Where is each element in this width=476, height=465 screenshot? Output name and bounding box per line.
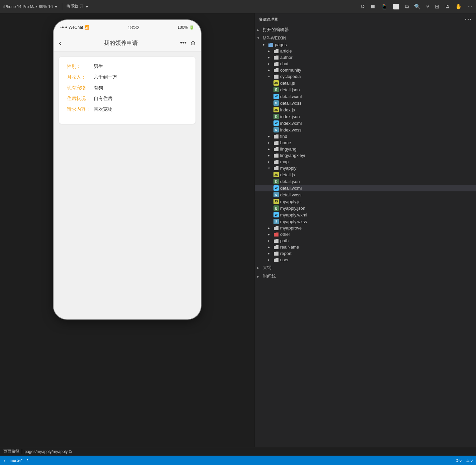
file-myapply-myapply-js[interactable]: JS myapply.js — [255, 198, 476, 205]
folder-myapprove[interactable]: myapprove — [255, 225, 476, 231]
form-label: 现有宠物： — [67, 85, 94, 91]
cyclopedia-label: cyclopedia — [280, 74, 301, 79]
sync-icon[interactable]: ↻ — [26, 458, 29, 463]
file-myapply-myapply-json[interactable]: {} myapply.json — [255, 205, 476, 211]
desktop-icon[interactable]: 🖥 — [445, 4, 450, 10]
path-arrow — [268, 239, 273, 243]
cyclopedia-arrow — [268, 75, 273, 78]
file-label: detail.js — [280, 81, 295, 86]
folder-home[interactable]: home — [255, 140, 476, 146]
hotreload-button[interactable]: 热重载 开 ▼ — [66, 4, 89, 9]
folder-lingyangxieyi[interactable]: lingyangxieyi — [255, 152, 476, 159]
phone-icon[interactable]: 📱 — [381, 3, 388, 10]
file-label: index.json — [280, 114, 300, 119]
folder-cyclopedia-icon — [273, 74, 279, 79]
branch-icon[interactable]: ⑂ — [426, 4, 429, 10]
json-icon: {} — [273, 114, 279, 119]
author-label: author — [280, 55, 293, 60]
tablet-icon[interactable]: ⬜ — [393, 3, 400, 10]
open-editors-arrow — [257, 28, 263, 32]
file-label: detail.wxml — [280, 186, 302, 191]
simulator-area: ••••• WeChat 📶 18:32 100% 🔋 ‹ 我的领养申请 •••… — [0, 13, 254, 447]
outline-arrow — [257, 266, 263, 270]
form-row: 现有宠物：有狗 — [67, 85, 187, 91]
hotreload-dropdown-icon[interactable]: ▼ — [85, 4, 89, 9]
folder-cyclopedia[interactable]: cyclopedia — [255, 73, 476, 80]
file-myapply-myapply-wxml[interactable]: W myapply.wxml — [255, 211, 476, 218]
folder-user[interactable]: user — [255, 257, 476, 263]
file-myapply-detail-js[interactable]: JS detail.js — [255, 171, 476, 178]
more-button[interactable]: ••• — [180, 39, 186, 46]
hand-icon[interactable]: ✋ — [455, 3, 462, 10]
folder-lingyang[interactable]: lingyang — [255, 146, 476, 152]
user-arrow — [268, 258, 273, 262]
copy-icon[interactable]: ⧉ — [405, 4, 409, 10]
file-label: index.wxml — [280, 121, 302, 126]
git-branch-name[interactable]: master* — [10, 458, 22, 462]
folder-author[interactable]: author — [255, 54, 476, 61]
stop-icon[interactable]: ⏹ — [370, 4, 376, 10]
file-cyclopedia-detail-wxss[interactable]: S detail.wxss — [255, 100, 476, 106]
sidebar-more-button[interactable]: ··· — [465, 16, 472, 23]
article-arrow — [268, 49, 273, 53]
timeline-header[interactable]: 时间线 — [255, 272, 476, 280]
outline-header[interactable]: 大纲 — [255, 264, 476, 272]
file-cyclopedia-detail-json[interactable]: {} detail.json — [255, 86, 476, 93]
sidebar-header: 资源管理器 ··· — [255, 13, 476, 26]
form-value: 男生 — [94, 64, 103, 70]
file-cyclopedia-index-wxml[interactable]: W index.wxml — [255, 120, 476, 126]
refresh-icon[interactable]: ↺ — [361, 3, 365, 10]
report-label: report — [280, 251, 292, 256]
home-label: home — [280, 140, 291, 145]
grid-icon[interactable]: ⊞ — [435, 3, 439, 10]
find-label: find — [280, 134, 287, 139]
folder-map-icon — [273, 160, 279, 164]
folder-path[interactable]: path — [255, 238, 476, 244]
file-cyclopedia-index-js[interactable]: JS index.js — [255, 106, 476, 113]
more-icon[interactable]: ⋯ — [467, 3, 473, 10]
form-row: 住房状况：自有住房 — [67, 96, 187, 102]
mp-weixin-header[interactable]: MP-WEIXIN — [255, 34, 476, 41]
folder-report[interactable]: report — [255, 250, 476, 257]
file-myapply-detail-wxml[interactable]: W detail.wxml — [255, 185, 476, 191]
file-cyclopedia-detail-js[interactable]: JS detail.js — [255, 80, 476, 86]
folder-find[interactable]: find — [255, 133, 476, 140]
map-label: map — [280, 159, 289, 164]
file-myapply-detail-json[interactable]: {} detail.json — [255, 178, 476, 185]
file-label: myapply.js — [280, 199, 300, 204]
outline-section: 大纲 — [255, 264, 476, 272]
lingyangxieyi-arrow — [268, 154, 273, 157]
timeline-section: 时间线 — [255, 272, 476, 280]
sidebar-content[interactable]: 打开的编辑器 MP-WEIXIN pages — [255, 26, 476, 447]
search-icon[interactable]: 🔍 — [414, 3, 421, 10]
file-cyclopedia-index-json[interactable]: {} index.json — [255, 113, 476, 120]
file-cyclopedia-index-wxss[interactable]: S index.wxss — [255, 126, 476, 133]
folder-chat[interactable]: chat — [255, 61, 476, 67]
file-label: detail.js — [280, 172, 295, 177]
other-arrow — [268, 232, 273, 236]
folder-other[interactable]: other — [255, 231, 476, 238]
device-dropdown-icon[interactable]: ▼ — [54, 4, 58, 9]
camera-button[interactable]: ⊙ — [190, 39, 195, 47]
folder-realname[interactable]: realName — [255, 244, 476, 250]
myapply-label: myapply — [280, 166, 296, 171]
file-myapply-detail-wxss[interactable]: S detail.wxss — [255, 191, 476, 198]
folder-community[interactable]: community — [255, 67, 476, 73]
device-selector[interactable]: iPhone 14 Pro Max 89% 16 ▼ — [3, 4, 58, 9]
phone-status-bar: ••••• WeChat 📶 18:32 100% 🔋 — [54, 20, 201, 35]
errors-count: ⊘ 0 — [456, 458, 462, 463]
back-button[interactable]: ‹ — [59, 39, 61, 48]
folder-map[interactable]: map — [255, 159, 476, 165]
folder-myapply[interactable]: myapply — [255, 165, 476, 171]
folder-pages[interactable]: pages — [255, 41, 476, 48]
folder-article[interactable]: article — [255, 48, 476, 54]
folder-lingyang-icon — [273, 147, 279, 152]
chat-label: chat — [280, 61, 289, 66]
file-cyclopedia-detail-wxml[interactable]: W detail.wxml — [255, 93, 476, 100]
path-label: path — [280, 238, 289, 243]
form-label: 请求内容： — [67, 106, 94, 112]
form-value: 有狗 — [94, 85, 103, 91]
open-editors-header[interactable]: 打开的编辑器 — [255, 26, 476, 34]
file-myapply-myapply-wxss[interactable]: S myapply.wxss — [255, 218, 476, 225]
breadcrumb-copy-icon[interactable]: ⧉ — [69, 449, 72, 454]
